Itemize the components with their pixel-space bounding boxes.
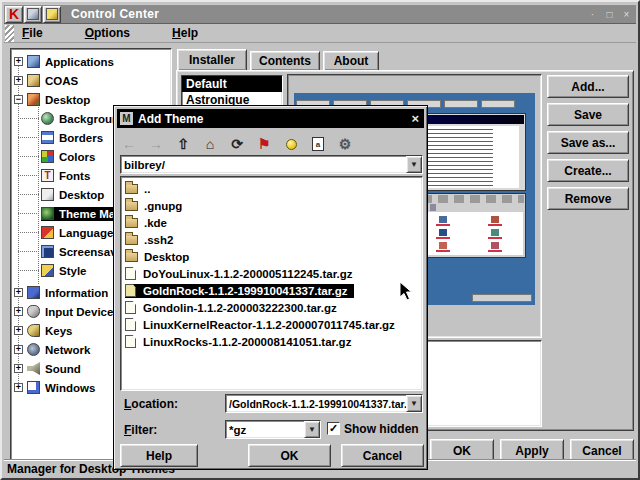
lightbulb-icon[interactable]	[282, 135, 300, 153]
minimize-button[interactable]: ·	[585, 7, 600, 22]
dialog-cancel-button[interactable]: Cancel	[341, 444, 424, 467]
filter-combobox[interactable]: *gz ▼	[225, 420, 321, 439]
preview-icon[interactable]: a	[309, 135, 327, 153]
tab-contents[interactable]: Contents	[250, 51, 320, 70]
dialog-title: Add Theme	[138, 112, 203, 126]
dialog-titlebar[interactable]: M Add Theme ×	[117, 109, 424, 128]
back-icon[interactable]: ←	[120, 135, 138, 153]
background-icon	[41, 112, 54, 125]
information-icon	[27, 286, 40, 299]
fonts-icon: T	[41, 169, 54, 182]
dialog-help-button[interactable]: Help	[120, 444, 198, 467]
desktop-icon	[27, 93, 40, 106]
menu-help[interactable]: Help	[164, 24, 206, 42]
path-value[interactable]: bilbrey/	[121, 158, 406, 172]
expand-icon[interactable]: +	[14, 288, 23, 297]
gear-icon[interactable]: ⚙	[336, 135, 354, 153]
menu-options[interactable]: Options	[77, 24, 138, 42]
maximize-button[interactable]: □	[602, 7, 617, 22]
menubar-drag-handle[interactable]	[5, 25, 14, 42]
file-icon	[125, 267, 136, 280]
coas-icon	[27, 74, 40, 87]
up-icon[interactable]: ⇧	[174, 135, 192, 153]
file-row[interactable]: .gnupg	[121, 197, 422, 214]
expand-icon[interactable]: +	[14, 326, 23, 335]
dropdown-icon[interactable]: ▼	[406, 395, 422, 412]
preview-panel-strip	[472, 294, 532, 302]
file-row[interactable]: LinuxKernelReactor-1.1.2-200007011745.ta…	[121, 316, 422, 333]
input-devices-icon	[27, 305, 40, 318]
expand-icon[interactable]: +	[14, 76, 23, 85]
file-row[interactable]: ..	[121, 180, 422, 197]
app-icon-button[interactable]	[43, 6, 61, 23]
keys-icon	[27, 324, 40, 337]
titlebar[interactable]: K Control Center · □ ×	[4, 4, 636, 24]
borders-icon	[41, 131, 54, 144]
save-as-button[interactable]: Save as...	[547, 131, 629, 154]
k-logo-icon: K	[9, 6, 19, 22]
location-label: Location:	[124, 397, 178, 411]
file-row[interactable]: Gondolin-1.1.2-200003222300.tar.gz	[121, 299, 422, 316]
menu-file[interactable]: File	[14, 24, 51, 42]
forward-icon[interactable]: →	[147, 135, 165, 153]
screensaver-icon	[41, 245, 54, 258]
tab-about[interactable]: About	[323, 51, 379, 70]
file-icon	[125, 301, 136, 314]
expand-icon[interactable]: +	[14, 383, 23, 392]
control-center-window: K Control Center · □ × File Options Help…	[0, 0, 640, 480]
dropdown-icon[interactable]: ▼	[406, 156, 422, 173]
tree-item-applications[interactable]: + Applications	[11, 52, 171, 71]
control-center-app-icon	[46, 8, 58, 20]
location-value[interactable]: /GoldnRock-1.1.2-199910041337.tar.gz	[226, 397, 406, 411]
folder-icon	[125, 252, 138, 262]
theme-list-item[interactable]: Default	[182, 76, 282, 92]
file-row[interactable]: LinuxRocks-1.1.2-200008141051.tar.gz	[121, 333, 422, 350]
dropdown-icon[interactable]: ▼	[304, 421, 320, 438]
collapse-icon[interactable]: −	[14, 95, 23, 104]
add-button[interactable]: Add...	[547, 75, 629, 98]
dialog-ok-button[interactable]: OK	[248, 444, 331, 467]
add-theme-dialog: M Add Theme × ← → ⇧ ⌂ ⟳ ⚑ a ⚙ bilbrey/ ▼…	[113, 105, 428, 470]
file-list: .. .gnupg .kde .ssh2 Desktop DoYouLinux-…	[120, 176, 423, 391]
reload-icon[interactable]: ⟳	[228, 135, 246, 153]
expand-icon[interactable]: +	[14, 307, 23, 316]
file-row[interactable]: DoYouLinux-1.1.2-200005112245.tar.gz	[121, 265, 422, 282]
file-row[interactable]: .ssh2	[121, 231, 422, 248]
path-combobox[interactable]: bilbrey/ ▼	[120, 155, 423, 174]
mouse-cursor	[399, 281, 413, 301]
dialog-toolbar: ← → ⇧ ⌂ ⟳ ⚑ a ⚙	[120, 132, 354, 156]
sticky-icon	[27, 8, 39, 20]
style-icon	[41, 264, 54, 277]
file-row[interactable]: Desktop	[121, 248, 422, 265]
tree-item-coas[interactable]: + COAS	[11, 71, 171, 90]
close-button[interactable]: ×	[619, 7, 634, 22]
desktop-page-icon	[41, 188, 54, 201]
show-hidden-label[interactable]: Show hidden	[344, 422, 419, 436]
file-row[interactable]: .kde	[121, 214, 422, 231]
show-hidden-checkbox[interactable]: ✓	[327, 422, 340, 435]
flag-icon[interactable]: ⚑	[255, 135, 273, 153]
folder-icon	[125, 201, 138, 211]
windows-icon	[27, 381, 40, 394]
save-button[interactable]: Save	[547, 103, 629, 126]
filter-label: Filter:	[124, 423, 157, 437]
filter-value[interactable]: *gz	[226, 423, 304, 437]
file-row-selected[interactable]: GoldnRock-1.1.2-199910041337.tar.gz	[121, 282, 422, 299]
k-menu-button[interactable]: K	[5, 6, 23, 23]
remove-button[interactable]: Remove	[547, 187, 629, 210]
create-button[interactable]: Create...	[547, 159, 629, 182]
dialog-close-button[interactable]: ×	[409, 111, 421, 126]
expand-icon[interactable]: +	[14, 364, 23, 373]
language-icon	[41, 226, 54, 239]
expand-icon[interactable]: +	[14, 57, 23, 66]
menubar: File Options Help	[4, 24, 636, 43]
file-icon	[125, 318, 136, 331]
expand-icon[interactable]: +	[14, 345, 23, 354]
sticky-button[interactable]	[24, 6, 42, 23]
location-combobox[interactable]: /GoldnRock-1.1.2-199910041337.tar.gz ▼	[225, 394, 423, 413]
file-icon	[125, 284, 136, 297]
folder-icon	[125, 184, 138, 194]
tab-installer[interactable]: Installer	[177, 49, 247, 70]
file-icon	[125, 335, 136, 348]
home-icon[interactable]: ⌂	[201, 135, 219, 153]
